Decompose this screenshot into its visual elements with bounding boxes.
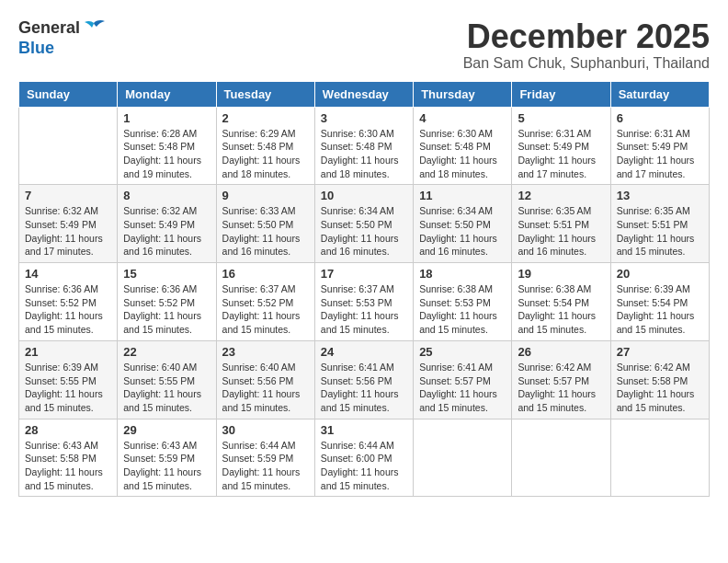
cell-info: Sunrise: 6:30 AMSunset: 5:48 PMDaylight:… <box>321 127 407 181</box>
day-number: 19 <box>518 267 604 281</box>
header: General Blue December 2025 Ban Sam Chuk,… <box>18 18 710 72</box>
cell-info: Sunrise: 6:36 AMSunset: 5:52 PMDaylight:… <box>123 282 210 337</box>
calendar-cell: 5 Sunrise: 6:31 AMSunset: 5:49 PMDayligh… <box>512 107 610 185</box>
calendar-cell <box>512 419 610 497</box>
day-number: 29 <box>123 423 210 437</box>
day-number: 14 <box>25 267 111 281</box>
calendar-cell: 15 Sunrise: 6:36 AMSunset: 5:52 PMDaylig… <box>118 263 216 341</box>
calendar-cell: 11 Sunrise: 6:34 AMSunset: 5:50 PMDaylig… <box>414 185 512 263</box>
day-number: 3 <box>321 111 407 125</box>
cell-info: Sunrise: 6:37 AMSunset: 5:53 PMDaylight:… <box>321 282 407 337</box>
header-sunday: Sunday <box>19 81 118 107</box>
day-number: 4 <box>419 111 506 125</box>
calendar-cell: 29 Sunrise: 6:43 AMSunset: 5:59 PMDaylig… <box>118 419 216 497</box>
calendar-table: Sunday Monday Tuesday Wednesday Thursday… <box>18 81 710 498</box>
cell-info: Sunrise: 6:29 AMSunset: 5:48 PMDaylight:… <box>222 127 309 181</box>
page-subtitle: Ban Sam Chuk, Suphanburi, Thailand <box>463 55 710 72</box>
calendar-cell <box>19 107 118 185</box>
cell-info: Sunrise: 6:35 AMSunset: 5:51 PMDaylight:… <box>518 204 604 259</box>
logo-area: General Blue <box>18 18 107 58</box>
day-number: 23 <box>222 345 309 359</box>
cell-info: Sunrise: 6:28 AMSunset: 5:48 PMDaylight:… <box>123 127 210 181</box>
cell-info: Sunrise: 6:39 AMSunset: 5:54 PMDaylight:… <box>617 282 703 337</box>
calendar-cell: 14 Sunrise: 6:36 AMSunset: 5:52 PMDaylig… <box>19 263 118 341</box>
page-container: General Blue December 2025 Ban Sam Chuk,… <box>18 18 710 497</box>
day-number: 27 <box>617 345 703 359</box>
week-row-2: 14 Sunrise: 6:36 AMSunset: 5:52 PMDaylig… <box>19 263 710 341</box>
header-wednesday: Wednesday <box>314 81 413 107</box>
cell-info: Sunrise: 6:34 AMSunset: 5:50 PMDaylight:… <box>321 204 407 259</box>
cell-info: Sunrise: 6:31 AMSunset: 5:49 PMDaylight:… <box>617 127 703 181</box>
logo-text: General Blue <box>18 18 107 58</box>
day-number: 13 <box>617 189 703 202</box>
week-row-1: 7 Sunrise: 6:32 AMSunset: 5:49 PMDayligh… <box>19 185 710 263</box>
cell-info: Sunrise: 6:38 AMSunset: 5:53 PMDaylight:… <box>419 282 506 337</box>
logo-bird-icon <box>81 18 107 39</box>
header-thursday: Thursday <box>414 81 512 107</box>
calendar-cell: 18 Sunrise: 6:38 AMSunset: 5:53 PMDaylig… <box>414 263 512 341</box>
header-tuesday: Tuesday <box>216 81 314 107</box>
cell-info: Sunrise: 6:40 AMSunset: 5:55 PMDaylight:… <box>123 361 210 415</box>
header-saturday: Saturday <box>610 81 709 107</box>
cell-info: Sunrise: 6:32 AMSunset: 5:49 PMDaylight:… <box>25 204 111 259</box>
day-number: 31 <box>321 423 407 437</box>
cell-info: Sunrise: 6:43 AMSunset: 5:59 PMDaylight:… <box>123 439 210 493</box>
cell-info: Sunrise: 6:33 AMSunset: 5:50 PMDaylight:… <box>222 204 309 259</box>
day-number: 30 <box>222 423 309 437</box>
calendar-cell: 6 Sunrise: 6:31 AMSunset: 5:49 PMDayligh… <box>610 107 709 185</box>
calendar-cell: 12 Sunrise: 6:35 AMSunset: 5:51 PMDaylig… <box>512 185 610 263</box>
weekday-header-row: Sunday Monday Tuesday Wednesday Thursday… <box>19 81 710 107</box>
day-number: 1 <box>123 111 210 125</box>
calendar-cell: 24 Sunrise: 6:41 AMSunset: 5:56 PMDaylig… <box>314 340 413 419</box>
calendar-cell: 25 Sunrise: 6:41 AMSunset: 5:57 PMDaylig… <box>414 340 512 419</box>
title-area: December 2025 Ban Sam Chuk, Suphanburi, … <box>463 18 710 72</box>
cell-info: Sunrise: 6:42 AMSunset: 5:57 PMDaylight:… <box>518 361 604 415</box>
cell-info: Sunrise: 6:41 AMSunset: 5:57 PMDaylight:… <box>419 361 506 415</box>
day-number: 24 <box>321 345 407 359</box>
calendar-cell: 19 Sunrise: 6:38 AMSunset: 5:54 PMDaylig… <box>512 263 610 341</box>
calendar-cell: 31 Sunrise: 6:44 AMSunset: 6:00 PMDaylig… <box>314 419 413 497</box>
day-number: 15 <box>123 267 210 281</box>
day-number: 7 <box>25 189 111 202</box>
cell-info: Sunrise: 6:36 AMSunset: 5:52 PMDaylight:… <box>25 282 111 337</box>
day-number: 22 <box>123 345 210 359</box>
page-title: December 2025 <box>463 18 710 55</box>
day-number: 20 <box>617 267 703 281</box>
calendar-cell: 10 Sunrise: 6:34 AMSunset: 5:50 PMDaylig… <box>314 185 413 263</box>
week-row-4: 28 Sunrise: 6:43 AMSunset: 5:58 PMDaylig… <box>19 419 710 497</box>
logo: General Blue <box>18 18 107 58</box>
week-row-0: 1 Sunrise: 6:28 AMSunset: 5:48 PMDayligh… <box>19 107 710 185</box>
header-monday: Monday <box>118 81 216 107</box>
calendar-cell: 4 Sunrise: 6:30 AMSunset: 5:48 PMDayligh… <box>414 107 512 185</box>
cell-info: Sunrise: 6:43 AMSunset: 5:58 PMDaylight:… <box>25 439 111 493</box>
day-number: 10 <box>321 189 407 202</box>
calendar-cell: 27 Sunrise: 6:42 AMSunset: 5:58 PMDaylig… <box>610 340 709 419</box>
cell-info: Sunrise: 6:42 AMSunset: 5:58 PMDaylight:… <box>617 361 703 415</box>
calendar-cell: 28 Sunrise: 6:43 AMSunset: 5:58 PMDaylig… <box>19 419 118 497</box>
calendar-cell: 16 Sunrise: 6:37 AMSunset: 5:52 PMDaylig… <box>216 263 314 341</box>
calendar-cell <box>414 419 512 497</box>
header-friday: Friday <box>512 81 610 107</box>
calendar-cell: 9 Sunrise: 6:33 AMSunset: 5:50 PMDayligh… <box>216 185 314 263</box>
cell-info: Sunrise: 6:31 AMSunset: 5:49 PMDaylight:… <box>518 127 604 181</box>
calendar-cell: 1 Sunrise: 6:28 AMSunset: 5:48 PMDayligh… <box>118 107 216 185</box>
cell-info: Sunrise: 6:40 AMSunset: 5:56 PMDaylight:… <box>222 361 309 415</box>
cell-info: Sunrise: 6:32 AMSunset: 5:49 PMDaylight:… <box>123 204 210 259</box>
cell-info: Sunrise: 6:41 AMSunset: 5:56 PMDaylight:… <box>321 361 407 415</box>
cell-info: Sunrise: 6:34 AMSunset: 5:50 PMDaylight:… <box>419 204 506 259</box>
calendar-cell: 2 Sunrise: 6:29 AMSunset: 5:48 PMDayligh… <box>216 107 314 185</box>
day-number: 21 <box>25 345 111 359</box>
calendar-cell: 17 Sunrise: 6:37 AMSunset: 5:53 PMDaylig… <box>314 263 413 341</box>
day-number: 6 <box>617 111 703 125</box>
calendar-cell: 30 Sunrise: 6:44 AMSunset: 5:59 PMDaylig… <box>216 419 314 497</box>
day-number: 26 <box>518 345 604 359</box>
cell-info: Sunrise: 6:44 AMSunset: 5:59 PMDaylight:… <box>222 439 309 493</box>
calendar-cell: 21 Sunrise: 6:39 AMSunset: 5:55 PMDaylig… <box>19 340 118 419</box>
cell-info: Sunrise: 6:44 AMSunset: 6:00 PMDaylight:… <box>321 439 407 493</box>
day-number: 16 <box>222 267 309 281</box>
day-number: 17 <box>321 267 407 281</box>
day-number: 5 <box>518 111 604 125</box>
calendar-cell: 8 Sunrise: 6:32 AMSunset: 5:49 PMDayligh… <box>118 185 216 263</box>
day-number: 11 <box>419 189 506 202</box>
cell-info: Sunrise: 6:30 AMSunset: 5:48 PMDaylight:… <box>419 127 506 181</box>
